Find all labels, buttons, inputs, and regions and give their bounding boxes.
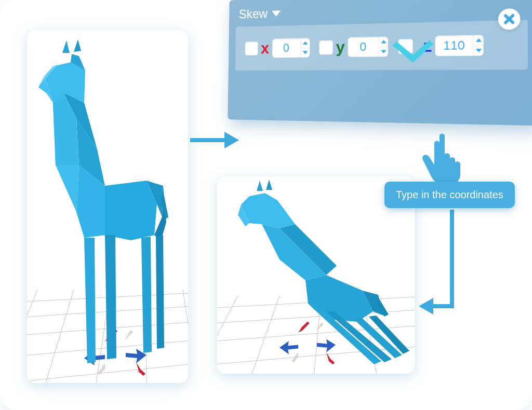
axis-y-group: y 0 [319, 36, 389, 57]
panel-title: Skew [239, 6, 268, 22]
svg-marker-44 [317, 339, 336, 352]
tooltip-type-coords: Type in the coordinates [384, 182, 515, 208]
svg-marker-55 [305, 275, 373, 322]
input-x[interactable]: 0 [272, 38, 310, 58]
spinner-y-up[interactable] [379, 36, 388, 47]
svg-marker-47 [316, 322, 323, 331]
svg-marker-43 [280, 341, 298, 354]
input-y[interactable]: 0 [348, 36, 389, 57]
axis-x-group: x 0 [245, 38, 310, 58]
checkbox-x[interactable] [245, 42, 258, 56]
dropdown-triangle-icon [272, 10, 281, 17]
svg-marker-68 [381, 50, 387, 54]
svg-line-6 [43, 290, 74, 383]
svg-line-9 [183, 290, 188, 383]
svg-marker-31 [141, 237, 152, 353]
svg-marker-16 [105, 181, 157, 240]
checkbox-z[interactable] [398, 39, 413, 54]
input-x-value: 0 [272, 38, 301, 58]
spinner-x-down[interactable] [301, 48, 310, 57]
svg-marker-28 [74, 39, 81, 52]
svg-marker-64 [419, 298, 433, 315]
axis-x-label: x [261, 39, 269, 58]
skew-panel: Skew x 0 [229, 0, 520, 156]
input-z[interactable]: 110 [435, 35, 484, 56]
svg-marker-69 [476, 38, 482, 42]
axis-y-label: y [336, 38, 344, 57]
spinner-z-up[interactable] [474, 35, 484, 46]
svg-marker-65 [303, 41, 308, 44]
close-icon [503, 13, 515, 25]
viewport-before [27, 30, 188, 383]
spinner-x-up[interactable] [301, 38, 310, 48]
input-y-value: 0 [348, 37, 379, 57]
svg-marker-66 [303, 51, 308, 54]
svg-marker-45 [298, 321, 310, 333]
checkbox-y[interactable] [319, 40, 333, 54]
svg-marker-67 [381, 40, 387, 44]
svg-marker-32 [156, 235, 164, 349]
svg-line-5 [27, 290, 37, 383]
spinner-z-down[interactable] [474, 46, 484, 56]
spinner-y-down[interactable] [379, 47, 388, 57]
svg-marker-70 [476, 49, 482, 52]
arrow-panel-to-after [416, 208, 488, 327]
svg-marker-27 [62, 40, 70, 53]
tutorial-canvas: Skew x 0 [0, 0, 532, 410]
pointer-hand-icon [416, 130, 473, 187]
svg-marker-29 [84, 238, 96, 363]
svg-marker-14 [125, 330, 133, 339]
giraffe-before-illustration [27, 30, 188, 383]
svg-marker-51 [257, 181, 263, 191]
svg-marker-52 [266, 180, 272, 190]
close-button[interactable] [498, 8, 521, 30]
svg-line-40 [248, 296, 280, 374]
input-z-value: 110 [435, 35, 473, 56]
axis-z-group: z 110 [398, 35, 484, 57]
tooltip-text: Type in the coordinates [396, 189, 503, 200]
